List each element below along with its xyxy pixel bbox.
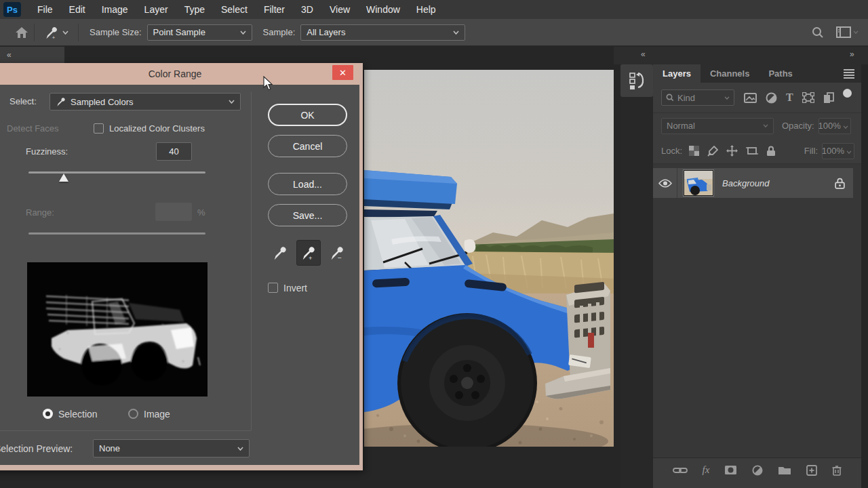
menu-window[interactable]: Window — [358, 0, 408, 19]
selection-radio-label[interactable]: Selection — [58, 409, 98, 420]
dialog-close-button[interactable]: ✕ — [332, 65, 353, 80]
search-icon — [666, 94, 674, 102]
svg-text:+: + — [309, 255, 312, 261]
eyedropper-tool-indicator[interactable]: + — [40, 24, 73, 41]
image-radio-label[interactable]: Image — [144, 409, 170, 420]
select-label: Select: — [9, 96, 37, 106]
dialog-title: Color Range — [149, 68, 202, 79]
layer-name[interactable]: Background — [722, 178, 769, 188]
lock-row: Lock: Fill: 100% — [653, 138, 861, 164]
opacity-value[interactable]: 100% — [818, 118, 851, 134]
load-button[interactable]: Load... — [268, 173, 347, 195]
fill-value[interactable]: 100% — [822, 143, 854, 159]
blend-mode-row: Normal Opacity: 100% — [653, 113, 861, 138]
lock-pixels-icon[interactable] — [707, 146, 718, 157]
sample-size-select[interactable]: Point Sample — [147, 24, 252, 41]
eyedropper-subtract-button[interactable]: − — [325, 240, 349, 266]
select-dropdown[interactable]: Sampled Colors — [50, 93, 241, 110]
menu-file[interactable]: File — [29, 0, 61, 19]
filter-type-layers-icon[interactable]: T — [786, 92, 793, 104]
panel-tab-bar: Layers Channels Paths — [653, 64, 861, 83]
save-button[interactable]: Save... — [268, 204, 347, 226]
menu-image[interactable]: Image — [94, 0, 136, 19]
menu-select[interactable]: Select — [213, 0, 256, 19]
filter-adjustment-layers-icon[interactable] — [766, 92, 777, 104]
eyedropper-plus-icon: + — [300, 245, 317, 261]
tools-panel-collapse[interactable]: « — [0, 47, 64, 63]
selection-radio[interactable] — [43, 409, 53, 419]
menu-edit[interactable]: Edit — [61, 0, 94, 19]
layer-row-background[interactable]: Background — [653, 168, 853, 198]
fuzziness-slider-thumb[interactable] — [59, 174, 68, 182]
search-icon[interactable] — [812, 26, 824, 39]
layers-panel: Layers Channels Paths Kind T Normal Opac… — [653, 64, 861, 488]
link-layers-icon[interactable] — [673, 466, 688, 474]
menu-help[interactable]: Help — [408, 0, 444, 19]
photoshop-logo[interactable]: Ps — [3, 2, 21, 17]
new-group-icon[interactable] — [778, 465, 791, 475]
tab-channels[interactable]: Channels — [701, 64, 760, 83]
chevron-down-icon — [763, 124, 768, 127]
chevron-down-icon — [240, 30, 246, 35]
tab-layers[interactable]: Layers — [653, 64, 701, 83]
kind-filter-select[interactable]: Kind — [661, 89, 734, 106]
range-slider — [28, 232, 205, 235]
chevron-down-icon — [453, 30, 459, 35]
layer-visibility-toggle[interactable] — [653, 168, 677, 198]
color-range-dialog: Color Range ✕ Select: Sampled Colors Det… — [0, 63, 363, 470]
history-panel-icon[interactable] — [620, 64, 653, 97]
layer-list: Background — [653, 164, 861, 458]
delete-layer-icon[interactable] — [832, 465, 842, 476]
chevron-down-icon — [853, 30, 859, 34]
home-icon[interactable] — [15, 26, 28, 39]
lock-all-icon[interactable] — [766, 146, 776, 157]
fuzziness-label: Fuzziness: — [26, 146, 68, 157]
chevron-down-icon — [846, 150, 852, 154]
eyedropper-add-button[interactable]: + — [296, 240, 321, 266]
localized-clusters-checkbox[interactable] — [94, 123, 104, 134]
layer-locked-icon[interactable] — [835, 178, 845, 189]
sample-size-label: Sample Size: — [90, 27, 142, 37]
layer-effects-icon[interactable]: fx — [703, 464, 710, 476]
sample-select[interactable]: All Layers — [300, 24, 465, 41]
tab-paths[interactable]: Paths — [759, 64, 802, 83]
new-layer-icon[interactable] — [806, 465, 817, 476]
filter-pixel-layers-icon[interactable] — [744, 93, 757, 103]
eyedropper-minus-icon: − — [329, 245, 345, 261]
detect-faces-label: Detect Faces — [7, 123, 59, 134]
localized-clusters-label[interactable]: Localized Color Clusters — [109, 123, 205, 134]
workspace-switcher-icon[interactable] — [836, 26, 859, 38]
ok-button[interactable]: OK — [268, 104, 347, 126]
invert-label[interactable]: Invert — [283, 283, 307, 293]
canvas-image[interactable] — [364, 70, 614, 447]
sample-label: Sample: — [263, 27, 296, 37]
filter-smart-objects-icon[interactable] — [823, 92, 834, 104]
lock-transparency-icon[interactable] — [689, 146, 699, 156]
fuzziness-input[interactable]: 40 — [156, 142, 192, 161]
filter-toggle-icon[interactable] — [843, 89, 852, 98]
dialog-title-bar[interactable]: Color Range ✕ — [0, 63, 359, 85]
lock-artboard-icon[interactable] — [746, 146, 758, 156]
chevron-down-icon — [237, 447, 243, 451]
panel-menu-icon[interactable] — [844, 69, 854, 79]
collapse-left-icon[interactable]: « — [641, 49, 646, 59]
image-radio[interactable] — [128, 409, 138, 419]
invert-checkbox[interactable] — [268, 283, 278, 293]
lock-position-icon[interactable] — [726, 145, 738, 157]
fuzziness-slider[interactable] — [28, 171, 205, 174]
layer-filter-row: Kind T — [653, 83, 861, 113]
blend-mode-select[interactable]: Normal — [661, 118, 774, 134]
menu-3d[interactable]: 3D — [293, 0, 321, 19]
filter-shape-layers-icon[interactable] — [802, 92, 814, 103]
menu-view[interactable]: View — [321, 0, 358, 19]
add-layer-mask-icon[interactable] — [724, 465, 737, 475]
menu-layer[interactable]: Layer — [136, 0, 176, 19]
collapse-right-icon[interactable]: » — [850, 49, 854, 59]
new-adjustment-layer-icon[interactable] — [752, 465, 763, 476]
menu-filter[interactable]: Filter — [256, 0, 293, 19]
layer-thumbnail[interactable] — [684, 170, 713, 196]
cancel-button[interactable]: Cancel — [268, 135, 347, 157]
menu-type[interactable]: Type — [176, 0, 213, 19]
selection-preview-dropdown[interactable]: None — [93, 439, 250, 458]
eyedropper-sample-button[interactable] — [268, 240, 292, 266]
